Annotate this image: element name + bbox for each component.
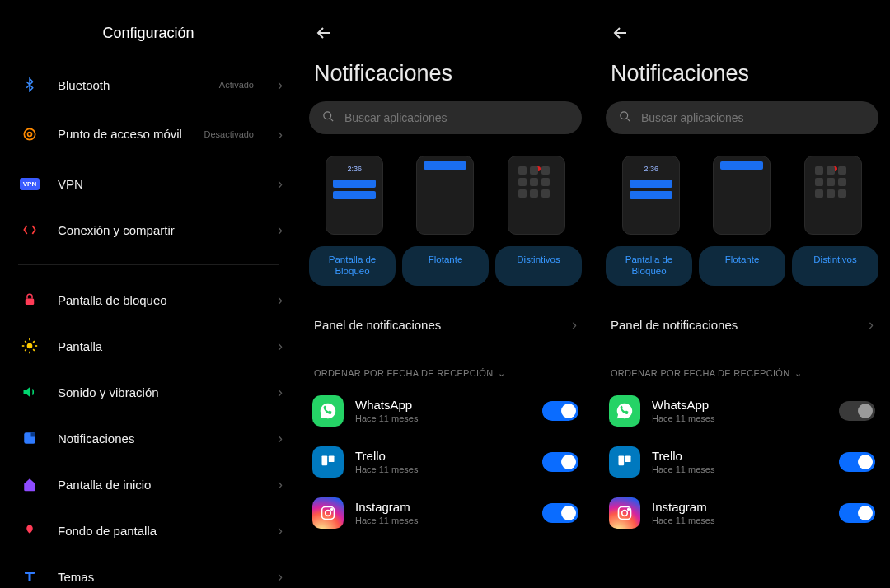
row-label: Pantalla de inicio — [58, 478, 257, 492]
row-notification-panel[interactable]: Panel de notificaciones › — [307, 301, 583, 350]
pill-floating[interactable]: Flotante — [699, 246, 785, 286]
pill-badges[interactable]: Distintivos — [792, 246, 878, 286]
chevron-right-icon: › — [274, 77, 287, 94]
row-share[interactable]: Conexión y compartir › — [10, 207, 287, 253]
pill-floating[interactable]: Flotante — [402, 246, 489, 286]
row-label: Notificaciones — [58, 432, 257, 446]
app-time: Hace 11 meses — [355, 413, 531, 423]
app-info: Trello Hace 11 meses — [355, 449, 531, 474]
thumb-floating[interactable] — [416, 156, 474, 235]
thumb-floating[interactable] — [713, 156, 771, 235]
pill-badges[interactable]: Distintivos — [495, 246, 582, 286]
toggle-whatsapp[interactable] — [542, 401, 578, 421]
thumb-badges[interactable] — [804, 156, 862, 235]
app-name: WhatsApp — [652, 398, 827, 412]
page-title: Notificaciones — [604, 46, 880, 101]
thumb-badges[interactable] — [508, 156, 565, 235]
svg-point-21 — [326, 510, 331, 516]
row-status: Desactivado — [204, 129, 254, 139]
svg-point-29 — [628, 508, 630, 510]
search-field[interactable] — [639, 110, 865, 125]
chevron-right-icon: › — [274, 476, 287, 493]
chevron-right-icon: › — [274, 175, 287, 193]
search-field[interactable] — [343, 110, 569, 125]
chevron-right-icon: › — [274, 384, 287, 401]
app-time: Hace 11 meses — [355, 516, 531, 525]
search-input[interactable] — [606, 101, 878, 134]
page-title: Notificaciones — [307, 46, 583, 101]
svg-point-23 — [621, 111, 628, 119]
thumb-lockscreen[interactable] — [326, 156, 383, 235]
app-row-trello[interactable]: Trello Hace 11 meses — [307, 436, 583, 488]
row-label: VPN — [58, 177, 257, 191]
bluetooth-icon — [18, 77, 41, 92]
svg-point-0 — [28, 133, 32, 137]
search-icon — [619, 110, 631, 126]
sort-row[interactable]: ORDENAR POR FECHA DE RECEPCIÓN ⌄ — [307, 350, 583, 385]
toggle-trello[interactable] — [542, 452, 578, 472]
chevron-right-icon: › — [274, 568, 287, 586]
chevron-right-icon: › — [869, 316, 874, 334]
whatsapp-icon — [609, 395, 640, 427]
chevron-down-icon: ⌄ — [498, 368, 505, 379]
notification-mode-thumbs — [307, 156, 583, 235]
row-label: Sonido y vibración — [58, 385, 257, 399]
row-label: Temas — [58, 570, 257, 584]
thumb-lockscreen[interactable] — [622, 156, 680, 235]
svg-point-22 — [331, 508, 333, 510]
toggle-instagram[interactable] — [542, 503, 578, 523]
app-time: Hace 11 meses — [652, 464, 827, 474]
svg-rect-25 — [619, 455, 625, 465]
speaker-icon — [18, 384, 41, 400]
app-time: Hace 11 meses — [652, 516, 827, 525]
notification-mode-thumbs — [604, 156, 880, 235]
themes-icon — [18, 569, 41, 584]
svg-line-11 — [33, 341, 35, 343]
svg-rect-2 — [26, 299, 35, 306]
app-info: Instagram Hace 11 meses — [355, 500, 531, 525]
chevron-right-icon: › — [274, 522, 287, 539]
row-notifications[interactable]: Notificaciones › — [10, 415, 287, 461]
row-wallpaper[interactable]: Fondo de pantalla › — [10, 507, 287, 553]
app-row-instagram[interactable]: Instagram Hace 11 meses — [307, 488, 583, 539]
back-button[interactable] — [307, 0, 583, 46]
svg-rect-15 — [29, 574, 31, 581]
row-label: Pantalla — [58, 339, 257, 353]
search-input[interactable] — [309, 101, 582, 134]
sort-row[interactable]: ORDENAR POR FECHA DE RECEPCIÓN ⌄ — [604, 350, 880, 385]
row-notification-panel[interactable]: Panel de notificaciones › — [604, 301, 880, 350]
row-label: Bluetooth — [58, 78, 203, 92]
row-bluetooth[interactable]: Bluetooth Activado › — [10, 62, 287, 108]
toggle-whatsapp[interactable] — [839, 401, 875, 421]
row-hotspot[interactable]: Punto de acceso móvil Desactivado › — [10, 108, 287, 161]
svg-rect-13 — [31, 432, 35, 436]
svg-point-28 — [622, 510, 628, 516]
search-icon — [322, 110, 335, 126]
app-name: Trello — [355, 449, 531, 463]
app-name: Instagram — [652, 500, 827, 514]
toggle-trello[interactable] — [839, 452, 875, 472]
svg-line-8 — [25, 341, 26, 343]
toggle-instagram[interactable] — [839, 503, 875, 523]
row-display[interactable]: Pantalla › — [10, 323, 287, 369]
svg-point-3 — [27, 343, 33, 349]
pill-lockscreen[interactable]: Pantalla de Bloqueo — [309, 246, 396, 286]
app-row-whatsapp[interactable]: WhatsApp Hace 11 meses — [604, 385, 880, 436]
app-row-trello[interactable]: Trello Hace 11 meses — [604, 436, 880, 488]
chevron-down-icon: ⌄ — [794, 368, 802, 379]
row-homescreen[interactable]: Pantalla de inicio › — [10, 461, 287, 507]
app-row-whatsapp[interactable]: WhatsApp Hace 11 meses — [307, 385, 583, 436]
app-row-instagram[interactable]: Instagram Hace 11 meses — [604, 488, 880, 539]
chevron-right-icon: › — [274, 292, 287, 309]
row-themes[interactable]: Temas › — [10, 553, 287, 588]
row-sound[interactable]: Sonido y vibración › — [10, 369, 287, 415]
row-lockscreen[interactable]: Pantalla de bloqueo › — [10, 277, 287, 323]
back-button[interactable] — [604, 0, 880, 46]
lock-icon — [18, 292, 41, 307]
pill-lockscreen[interactable]: Pantalla de Bloqueo — [606, 246, 692, 286]
settings-title: Configuración — [10, 0, 287, 62]
app-info: Trello Hace 11 meses — [652, 449, 827, 474]
svg-rect-18 — [322, 455, 328, 465]
row-vpn[interactable]: VPN VPN › — [10, 161, 287, 207]
app-info: WhatsApp Hace 11 meses — [652, 398, 827, 423]
